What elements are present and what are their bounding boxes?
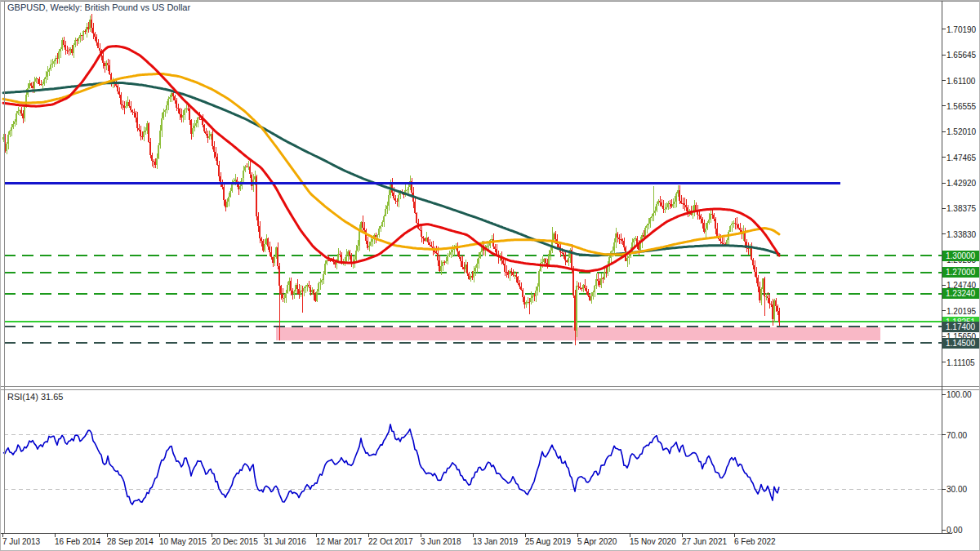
time-axis-label: 16 Feb 2014 xyxy=(55,537,100,546)
price-badge-1.17400: 1.17400 xyxy=(942,322,980,332)
time-axis-label: 25 Aug 2019 xyxy=(525,537,571,546)
price-axis-label: 1.33830 xyxy=(947,230,976,239)
candles xyxy=(2,14,780,345)
rsi-axis-label: 100.00 xyxy=(947,390,972,399)
time-axis-label: 28 Sep 2014 xyxy=(107,537,154,546)
rsi-axis-label: 0.00 xyxy=(947,526,962,535)
time-axis-label: 3 Jun 2018 xyxy=(421,537,461,546)
time-axis-label: 13 Jan 2019 xyxy=(473,537,518,546)
time-axis-label: 12 Mar 2017 xyxy=(316,537,362,546)
time-axis-label: 22 Oct 2017 xyxy=(368,537,412,546)
price-axis-label: 1.56555 xyxy=(947,102,976,111)
chart-window: GBPUSD, Weekly: British Pound vs US Doll… xyxy=(0,0,980,551)
price-axis-label: 1.47465 xyxy=(947,153,976,162)
time-axis-label: 10 May 2015 xyxy=(159,537,207,546)
price-axis-label: 1.65645 xyxy=(947,51,976,60)
rsi-indicator-label: RSI(14) 31.65 xyxy=(7,392,63,402)
rsi-line xyxy=(3,424,779,504)
ma-teal xyxy=(3,82,779,256)
time-axis-label: 15 Nov 2020 xyxy=(630,537,676,546)
time-axis-label: 31 Jul 2016 xyxy=(264,537,306,546)
time-axis-label: 27 Jun 2021 xyxy=(682,537,727,546)
price-badge-1.30000: 1.30000 xyxy=(942,251,980,261)
price-axis-label: 1.20195 xyxy=(947,307,976,316)
price-badge-1.27000: 1.27000 xyxy=(942,267,980,278)
rsi-axis-label: 30.00 xyxy=(947,485,967,494)
rsi-panel xyxy=(3,424,942,504)
rsi-axis-label: 70.00 xyxy=(947,431,967,440)
time-axis-label: 5 Apr 2020 xyxy=(577,537,617,546)
price-axis-label: 1.52010 xyxy=(947,127,976,136)
time-axis-label: 6 Feb 2022 xyxy=(734,537,776,546)
time-axis-label: 20 Dec 2015 xyxy=(212,537,258,546)
chart-canvas[interactable] xyxy=(1,1,980,551)
price-axis-label: 1.42920 xyxy=(947,179,976,188)
ma-orange xyxy=(3,73,779,254)
price-badge-1.14500: 1.14500 xyxy=(942,338,980,349)
time-axis-label: 7 Jul 2013 xyxy=(2,537,40,546)
price-badge-1.23240: 1.23240 xyxy=(942,288,980,299)
price-axis-label: 1.38375 xyxy=(947,204,976,213)
support-zone-rectangle xyxy=(276,327,880,340)
chart-frame xyxy=(1,1,980,537)
chart-title: GBPUSD, Weekly: British Pound vs US Doll… xyxy=(7,2,190,12)
price-axis-label: 1.61100 xyxy=(947,77,975,86)
price-axis-label: 1.11105 xyxy=(947,358,975,367)
ma-red xyxy=(3,47,779,272)
price-axis-label: 1.70190 xyxy=(947,25,976,34)
